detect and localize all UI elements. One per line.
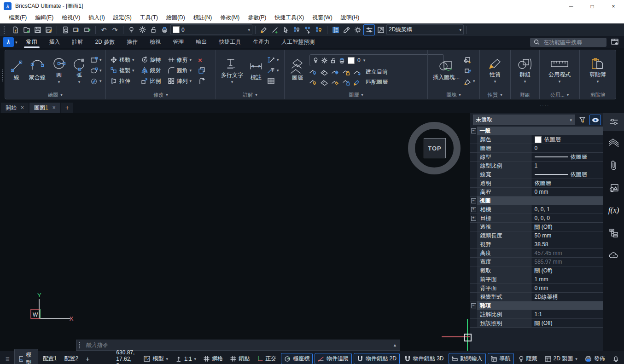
ribbon-layer-dropdown[interactable]: 0 ▾	[309, 54, 444, 66]
view-cube-top[interactable]: TOP	[424, 138, 446, 158]
ribbon-logo-button[interactable]: λ	[3, 37, 14, 47]
menu-parametric[interactable]: 參數(P)	[244, 14, 270, 22]
prop-row-width[interactable]: 寬度585.97 mm	[470, 258, 603, 266]
blocks-group-label[interactable]: 圖塊▾	[428, 91, 479, 99]
clipboard-group-label[interactable]: 剪貼簿	[580, 91, 616, 99]
quick-settings-button[interactable]	[363, 24, 375, 35]
prop-row-linetype[interactable]: 線型依圖層	[470, 153, 603, 162]
dim-linear-icon[interactable]	[267, 57, 275, 63]
prop-row-transparency[interactable]: 透明依圖層	[470, 179, 603, 188]
ellipse-icon[interactable]	[90, 67, 98, 74]
copy-button[interactable]: 複製▾	[109, 66, 135, 75]
arc-flyout-chevron-icon[interactable]: ▾	[78, 80, 81, 84]
tab-output[interactable]: 輸出	[190, 36, 213, 48]
annotate-group-label[interactable]: 註解▾	[216, 91, 284, 99]
section-header-view[interactable]: − 視圖	[470, 196, 603, 205]
mtext-button[interactable]: 多行文字 ▾	[219, 57, 245, 84]
close-button[interactable]: ×	[603, 0, 624, 12]
isolate-objects-button[interactable]	[292, 25, 302, 35]
printer-icon[interactable]	[159, 25, 170, 35]
prop-row-color[interactable]: 顏色依圖層	[470, 135, 603, 144]
layers-button[interactable]: 圖層	[288, 59, 307, 82]
layer-off-icon[interactable]	[309, 69, 317, 75]
match-layer-icon[interactable]	[354, 79, 361, 86]
layers-group-label[interactable]: 圖層▾	[285, 91, 427, 99]
rotate-button[interactable]: 旋轉	[140, 56, 162, 64]
maximize-button[interactable]: □	[582, 0, 603, 12]
expand-icon[interactable]: +	[471, 207, 476, 212]
leader-icon[interactable]	[267, 67, 275, 74]
stretch-button[interactable]: 拉伸	[109, 77, 135, 86]
menu-view[interactable]: 檢視(V)	[58, 14, 84, 22]
visual-style-dropdown[interactable]: 2D線架構 ▾	[386, 24, 464, 35]
draw-group-label[interactable]: 繪圖▾	[5, 91, 105, 99]
properties-paint-button[interactable]: 性質 ▾	[486, 58, 504, 84]
menu-edit[interactable]: 編輯(E)	[31, 14, 58, 22]
clipboard-button[interactable]: 剪貼簿 ▾	[588, 58, 608, 84]
collapse-icon[interactable]: −	[471, 303, 476, 308]
redo-button[interactable]: ↷	[110, 25, 120, 35]
ribbon-search[interactable]	[530, 38, 607, 47]
strip-attachments-button[interactable]	[603, 154, 624, 176]
prop-row-target[interactable]: +目標0, 0, 0	[470, 214, 603, 223]
hatch-icon[interactable]	[90, 78, 98, 85]
match-properties-button[interactable]	[258, 25, 269, 35]
circle-flyout-chevron-icon[interactable]: ▾	[58, 80, 60, 84]
doc-tab-start[interactable]: 開始 ×	[1, 103, 29, 113]
minimize-button[interactable]: ─	[560, 0, 582, 12]
block-edit-icon[interactable]	[464, 67, 472, 74]
utilities-group-label[interactable]: 公用...▾	[540, 91, 579, 99]
ribbon-search-input[interactable]	[542, 39, 595, 46]
layout2-tab[interactable]: 配置2	[61, 353, 81, 364]
dynamic-input-toggle[interactable]: 動態輸入	[449, 353, 486, 364]
esnap-2d-toggle[interactable]: 物件鎖點 2D	[354, 353, 400, 364]
status-menu-icon[interactable]: ≡	[3, 355, 12, 363]
menu-window[interactable]: 視窗(W)	[308, 14, 336, 22]
tab-express[interactable]: 快捷工具	[213, 36, 247, 48]
layer-unlock-icon[interactable]	[148, 25, 159, 35]
tab-home[interactable]: 常用	[20, 36, 43, 48]
prop-row-clipping[interactable]: 截取關 (Off)	[470, 266, 603, 275]
layer-unisolate-icon[interactable]	[321, 79, 328, 86]
print-preview-button[interactable]	[60, 25, 70, 35]
layer-isolate-icon[interactable]	[321, 69, 328, 75]
prop-row-fov[interactable]: 視野38.58	[470, 240, 603, 249]
prop-row-default-lighting[interactable]: 預設照明關 (Off)	[470, 319, 603, 328]
panel-grip[interactable]: ····	[540, 103, 549, 108]
groups-button[interactable]: 群組 ▾	[516, 58, 534, 84]
close-tab-icon[interactable]: ×	[52, 104, 56, 111]
line-button[interactable]: 線	[8, 59, 25, 81]
move-button[interactable]: 移動▾	[109, 56, 135, 64]
prop-row-front-plane[interactable]: 前平面1 mm	[470, 275, 603, 284]
ucs-selector[interactable]: 模型 ▾	[141, 353, 171, 364]
polyline-edit-button[interactable]	[197, 77, 206, 86]
panels-button[interactable]	[330, 25, 341, 35]
layer-lock-icon[interactable]	[343, 69, 350, 75]
add-layout-button[interactable]: +	[83, 354, 92, 364]
tab-ai-predict[interactable]: 人工智慧預測	[275, 36, 321, 48]
strip-structure-button[interactable]	[603, 221, 624, 244]
close-tab-icon[interactable]: ×	[21, 104, 24, 111]
model-space-tab[interactable]: 模型	[14, 349, 38, 364]
ribbon-grip[interactable]	[1, 50, 5, 101]
tab-manage[interactable]: 管理	[167, 36, 190, 48]
collapse-icon[interactable]: −	[471, 198, 476, 203]
prop-row-annotation-scale[interactable]: 註解比例1:1	[470, 310, 603, 319]
layer-on-all-icon[interactable]	[309, 79, 317, 86]
groups-group-label[interactable]: 群組	[511, 91, 539, 99]
strip-properties-button[interactable]	[603, 113, 624, 131]
prop-row-visual-style[interactable]: 視覺型式2D線架構	[470, 293, 603, 301]
layer-unlock2-icon[interactable]	[343, 79, 350, 86]
draw-order-button[interactable]	[341, 25, 352, 35]
strip-render-button[interactable]	[603, 176, 624, 199]
expand-icon[interactable]: +	[471, 216, 476, 221]
menu-insert[interactable]: 插入(I)	[84, 14, 109, 22]
dimension-button[interactable]: 標註	[247, 59, 265, 81]
property-filter-button[interactable]	[577, 115, 588, 125]
layer-make-current-icon[interactable]	[354, 69, 361, 75]
unisolate-objects-button[interactable]	[314, 25, 324, 35]
prop-row-lineweight[interactable]: 線寬依圖層	[470, 170, 603, 179]
settings-gear-icon[interactable]	[352, 25, 363, 35]
prop-row-linetype-scale[interactable]: 線型比例1	[470, 162, 603, 170]
layout1-tab[interactable]: 配置1	[40, 353, 60, 364]
